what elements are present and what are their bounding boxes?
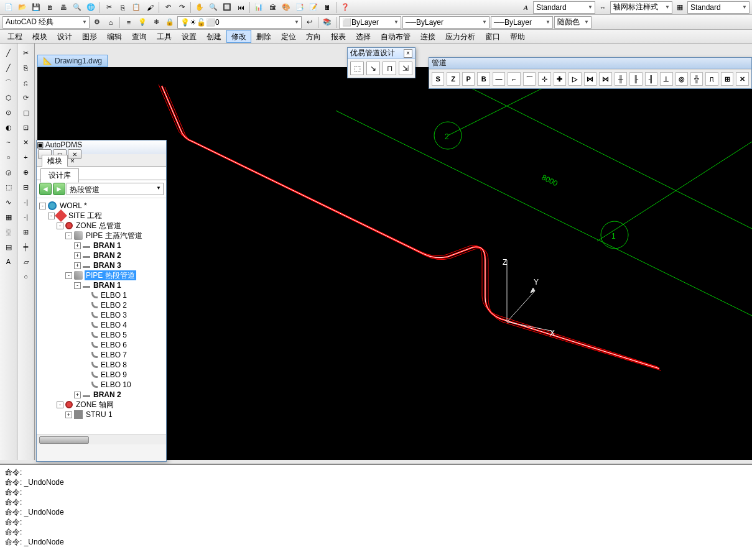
tree-toggle[interactable]: + xyxy=(65,411,72,418)
tree-toggle[interactable]: - xyxy=(57,223,63,229)
tree-label[interactable]: BRAN 2 xyxy=(92,250,123,260)
panel-btn-4[interactable]: ⇲ xyxy=(399,62,412,75)
tree-toggle[interactable]: + xyxy=(74,392,81,398)
tree-label[interactable]: ELBO 1 xyxy=(100,290,128,300)
tree-node[interactable]: -ZONE 轴网 xyxy=(38,400,165,410)
tool-b-9[interactable]: ⊟ xyxy=(19,180,33,194)
tree-label[interactable]: BRAN 2 xyxy=(92,390,123,400)
zoomwin-icon[interactable]: 🔲 xyxy=(221,1,233,14)
tree-label[interactable]: PIPE 主蒸汽管道 xyxy=(85,231,144,241)
layer-freeze-icon[interactable]: ❄ xyxy=(150,16,162,29)
pipe-btn-1[interactable]: Z xyxy=(447,72,459,86)
tool-b-14[interactable]: ⏥ xyxy=(19,255,33,269)
module-tab[interactable]: 模块 xyxy=(42,155,68,167)
tool-b-5[interactable]: ⊡ xyxy=(19,121,33,134)
menu-定位[interactable]: 定位 xyxy=(276,30,301,43)
tree-node[interactable]: ELBO 1 xyxy=(38,290,165,300)
tab-close-icon[interactable]: × xyxy=(68,157,77,165)
pipe-btn-8[interactable]: ✚ xyxy=(554,72,566,86)
tree-node[interactable]: -WORL * xyxy=(38,201,165,211)
pipe-btn-20[interactable]: ✕ xyxy=(736,72,748,86)
tool-a-14[interactable]: A xyxy=(2,255,16,269)
tree-node[interactable]: -BRAN 1 xyxy=(38,280,165,290)
tree-node[interactable]: ELBO 8 xyxy=(38,360,165,370)
nav-combo[interactable]: 热段管道 xyxy=(67,183,164,195)
tree-node[interactable]: ELBO 10 xyxy=(38,380,165,390)
lineweight-combo[interactable]: ── ByLayer xyxy=(491,16,553,29)
tool-b-13[interactable]: ╪ xyxy=(19,240,33,254)
props-icon[interactable]: 📊 xyxy=(253,1,265,14)
pipe-btn-4[interactable]: — xyxy=(493,72,505,86)
tool-b-0[interactable]: ✂ xyxy=(19,46,33,60)
nav-back-button[interactable]: ◄ xyxy=(39,183,52,195)
tool-a-2[interactable]: ⌒ xyxy=(2,76,16,90)
tree-toggle[interactable]: - xyxy=(57,402,63,408)
table-style-combo[interactable]: Standard xyxy=(687,1,750,14)
undo-icon[interactable]: ↶ xyxy=(162,1,174,14)
close-icon[interactable]: × xyxy=(404,49,412,58)
tool-b-1[interactable]: ⎘ xyxy=(19,61,33,75)
tree-label[interactable]: ELBO 2 xyxy=(100,300,128,310)
menu-创建[interactable]: 创建 xyxy=(202,30,226,43)
tool-a-13[interactable]: ▤ xyxy=(2,240,16,254)
menu-选择[interactable]: 选择 xyxy=(351,30,376,43)
tool-a-5[interactable]: ◐ xyxy=(2,121,16,134)
tool-b-3[interactable]: ⟳ xyxy=(19,91,33,104)
publish-icon[interactable]: 🌐 xyxy=(85,1,97,14)
text-style-combo[interactable]: Standard xyxy=(533,1,595,14)
tool-a-3[interactable]: ⬡ xyxy=(2,91,16,104)
tree-node[interactable]: ELBO 4 xyxy=(38,320,165,330)
dim-style-icon[interactable]: ↔ xyxy=(596,1,609,14)
pipe-design-titlebar[interactable]: 优易管道设计 × xyxy=(348,48,415,59)
tool-a-8[interactable]: ◶ xyxy=(2,165,16,179)
pipe-btn-6[interactable]: ⌒ xyxy=(523,72,536,86)
menu-工程[interactable]: 工程 xyxy=(2,30,27,43)
menu-删除[interactable]: 删除 xyxy=(251,30,276,43)
tree-node[interactable]: +BRAN 2 xyxy=(38,250,165,260)
layer-lock-icon[interactable]: 🔒 xyxy=(164,16,176,29)
ws-settings-icon[interactable]: ⚙ xyxy=(91,16,103,29)
tool-a-9[interactable]: ⬚ xyxy=(2,180,16,194)
markup-icon[interactable]: 📝 xyxy=(307,1,320,14)
tree-node[interactable]: +BRAN 2 xyxy=(38,390,165,400)
tree-node[interactable]: ELBO 6 xyxy=(38,340,165,350)
pipe-btn-19[interactable]: ⊞ xyxy=(721,72,733,86)
pipe-btn-9[interactable]: ▷ xyxy=(569,72,581,86)
menu-查询[interactable]: 查询 xyxy=(127,30,152,43)
menu-自动布管[interactable]: 自动布管 xyxy=(376,30,415,43)
tree-label[interactable]: ELBO 5 xyxy=(100,330,128,340)
menu-模块[interactable]: 模块 xyxy=(27,30,52,43)
calc-icon[interactable]: 🖩 xyxy=(321,1,333,14)
cut-icon[interactable]: ✂ xyxy=(103,1,115,14)
tree-node[interactable]: -SITE 工程 xyxy=(38,211,165,221)
tree-node[interactable]: ELBO 7 xyxy=(38,350,165,360)
pan-icon[interactable]: ✋ xyxy=(193,1,206,14)
tree-toggle[interactable]: + xyxy=(74,242,81,249)
menu-应力分析[interactable]: 应力分析 xyxy=(440,30,480,43)
pipe-btn-3[interactable]: B xyxy=(477,72,490,86)
ws-home-icon[interactable]: ⌂ xyxy=(104,16,117,29)
tree-label[interactable]: BRAN 3 xyxy=(92,260,123,270)
tree-label[interactable]: ELBO 7 xyxy=(100,350,128,360)
tool-a-7[interactable]: ○ xyxy=(2,150,16,164)
autopdms-titlebar[interactable]: ▣ AutoPDMS — ◻ ✕ xyxy=(37,140,166,154)
menu-报表[interactable]: 报表 xyxy=(326,30,351,43)
menu-工具[interactable]: 工具 xyxy=(152,30,177,43)
tree-toggle[interactable]: - xyxy=(39,203,46,209)
tree-label[interactable]: PIPE 热段管道 xyxy=(85,270,136,280)
tool-b-15[interactable]: ○ xyxy=(19,270,33,283)
menu-修改[interactable]: 修改 xyxy=(226,30,251,43)
tree-scrollbar[interactable] xyxy=(37,434,166,444)
pipe-toolbar[interactable]: 管道 SZPB—⌐⌒⊹✚▷⋈⋈╫╟╢⊥◎╬⎍⊞✕ xyxy=(429,57,752,89)
menu-设计[interactable]: 设计 xyxy=(52,30,77,43)
tool-a-1[interactable]: ╱ xyxy=(2,61,16,75)
tool-b-10[interactable]: -| xyxy=(19,195,33,209)
menu-设置[interactable]: 设置 xyxy=(177,30,202,43)
menu-连接[interactable]: 连接 xyxy=(415,30,440,43)
help-icon[interactable]: ❓ xyxy=(339,1,351,14)
dcenter-icon[interactable]: 🏛 xyxy=(266,1,279,14)
layer-prop-icon[interactable]: ≡ xyxy=(123,16,135,29)
pipe-btn-15[interactable]: ⊥ xyxy=(660,72,672,86)
tree-toggle[interactable]: - xyxy=(65,232,72,239)
tree-node[interactable]: -PIPE 主蒸汽管道 xyxy=(38,231,165,241)
